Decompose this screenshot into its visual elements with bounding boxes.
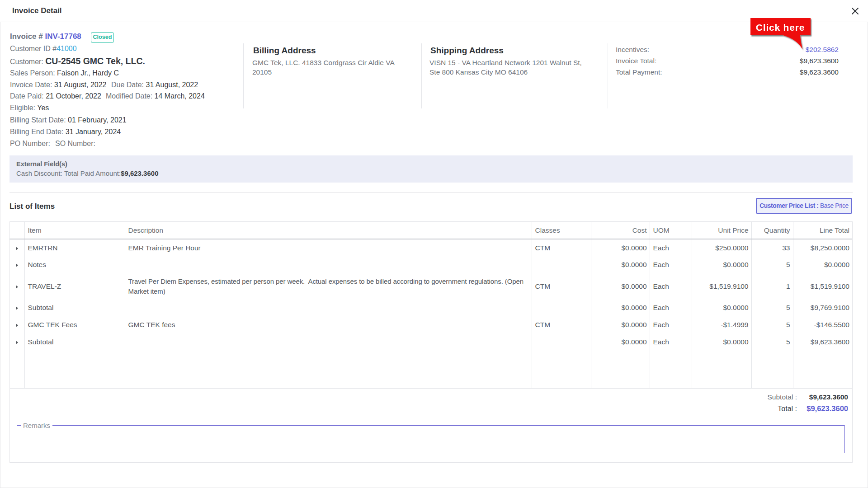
svg-text:Click here: Click here	[756, 22, 805, 33]
